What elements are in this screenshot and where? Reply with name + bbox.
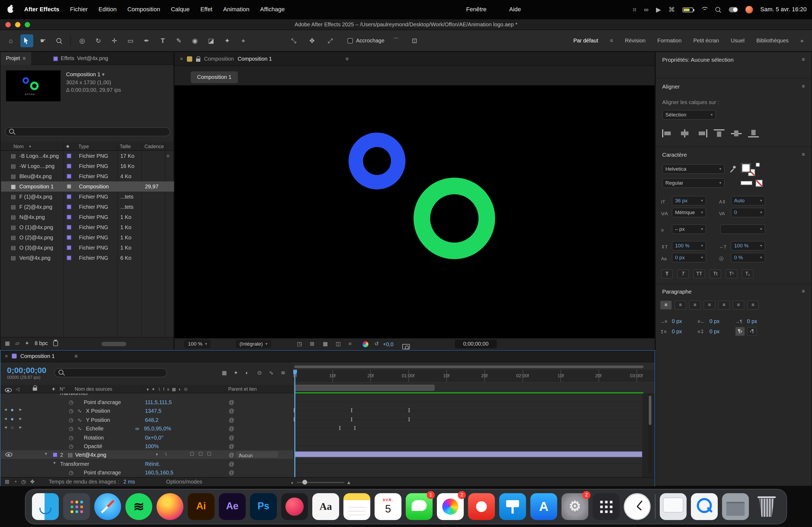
column-label-icon[interactable]: ◆: [66, 144, 69, 149]
menubar-clock[interactable]: Sam. 5 avr. 16:20: [760, 6, 807, 13]
timeline-scrollbar-thumb[interactable]: [649, 395, 651, 425]
dock-video-app[interactable]: [468, 493, 495, 520]
zoom-out-mountain-icon[interactable]: ▲: [291, 481, 294, 485]
parent-dropdown[interactable]: Aucun▾: [236, 451, 278, 458]
extra-dropdown[interactable]: ▾: [720, 224, 765, 234]
dock-creative-cloud[interactable]: [281, 493, 308, 520]
column-taille[interactable]: Taille: [120, 144, 131, 150]
align-section-title[interactable]: Aligner: [662, 83, 680, 90]
layer-quality-switch-icon[interactable]: ∖: [164, 452, 167, 457]
prev-keyframe-icon[interactable]: ◀: [4, 417, 7, 421]
row-value[interactable]: Réinit.: [145, 461, 160, 467]
row-label[interactable]: [67, 215, 71, 220]
zoom-dropdown[interactable]: 100 %▾: [184, 340, 211, 348]
timeline-panel-menu-icon[interactable]: ≡: [75, 353, 78, 359]
project-panel-menu-icon[interactable]: ≡: [23, 55, 26, 62]
keyframe-icon[interactable]: I: [354, 426, 356, 431]
vertical-scale-dropdown[interactable]: 100 %▾: [672, 241, 706, 251]
home-tool[interactable]: ⌂: [4, 34, 17, 47]
comp-selector-button[interactable]: Composition 1: [191, 71, 238, 83]
menu-aide[interactable]: Aide: [509, 6, 521, 13]
project-row[interactable]: ▤Vert@4x.pngFichier PNG6 Ko: [1, 253, 174, 263]
keyframe-diamond-icon[interactable]: ◇: [11, 425, 14, 430]
dock-calendar[interactable]: AVR.5: [375, 493, 402, 520]
next-keyframe-icon[interactable]: ▶: [19, 425, 22, 429]
project-row-selected[interactable]: ▦Composition 1Composition29,97: [1, 181, 174, 192]
align-right-icon[interactable]: [697, 129, 707, 137]
expand-inout-icon[interactable]: ◷: [21, 479, 26, 485]
pan-behind-tool[interactable]: ✛: [108, 34, 121, 47]
keyframe-icon[interactable]: I: [351, 418, 352, 422]
next-keyframe-icon[interactable]: ▶: [19, 408, 22, 412]
align-top-icon[interactable]: [714, 129, 724, 137]
apple-menu-icon[interactable]: [8, 6, 13, 13]
align-h-center-icon[interactable]: [679, 129, 690, 137]
axis-world-button[interactable]: ✥: [306, 34, 318, 47]
align-target-dropdown[interactable]: Sélection▾: [662, 110, 716, 120]
green-ring-layer[interactable]: [414, 178, 495, 259]
font-style-dropdown[interactable]: Regular▾: [662, 178, 724, 188]
row-label[interactable]: [67, 225, 71, 230]
stroke-width-swatch[interactable]: [741, 181, 752, 185]
motion-blur-icon[interactable]: ∿: [269, 370, 274, 376]
pick-whip-icon[interactable]: @: [229, 435, 234, 441]
dock-keypad-app[interactable]: [593, 493, 620, 520]
subscript-button[interactable]: T₁: [742, 269, 753, 278]
project-row[interactable]: ▤N@4x.pngFichier PNG1 Ko: [1, 212, 174, 222]
dock-app-store[interactable]: A: [530, 493, 557, 520]
dock-photoshop[interactable]: Ps: [250, 493, 277, 520]
project-trash-icon[interactable]: [53, 341, 58, 346]
shy-layers-icon[interactable]: ◐: [245, 370, 249, 376]
new-composition-icon[interactable]: ✦: [25, 341, 29, 346]
switch-box[interactable]: [190, 452, 194, 456]
row-value[interactable]: 648,2: [145, 417, 158, 423]
align-text-center-button[interactable]: ≡: [675, 301, 686, 310]
horizontal-scale-dropdown[interactable]: 100 %▾: [731, 241, 765, 251]
project-row[interactable]: ▤O (3)@4x.pngFichier PNG1 Ko: [1, 243, 174, 253]
keyframe-icon[interactable]: I: [408, 408, 410, 413]
small-caps-button[interactable]: Tt: [709, 269, 721, 278]
snapping-control[interactable]: Accrochage: [347, 37, 385, 44]
grid-status-icon[interactable]: ⌗: [633, 6, 636, 13]
tab-effets[interactable]: Effets Vert@4x.png: [48, 52, 114, 65]
stopwatch-icon[interactable]: ◷: [69, 435, 73, 441]
roto-brush-tool[interactable]: ✦: [221, 34, 234, 47]
project-row[interactable]: ▤O (1)@4x.pngFichier PNG1 Ko: [1, 222, 174, 232]
eyedropper-icon[interactable]: [730, 166, 736, 172]
creative-cloud-status-icon[interactable]: ∞: [644, 6, 649, 13]
faux-italic-button[interactable]: T: [677, 269, 689, 278]
all-caps-button[interactable]: TT: [693, 269, 705, 278]
workspace-petit-ecran[interactable]: Petit écran: [693, 37, 719, 44]
paragraph-menu-icon[interactable]: ≡: [802, 288, 805, 295]
pick-whip-icon[interactable]: @: [229, 399, 234, 406]
viewer-timecode-field[interactable]: 0;00;00;00: [455, 340, 497, 348]
clone-stamp-tool[interactable]: ◉: [188, 34, 201, 47]
keyframe-diamond-icon[interactable]: ◆: [11, 408, 14, 412]
workspace-usuel[interactable]: Usuel: [731, 37, 744, 44]
stopwatch-icon[interactable]: ◷: [69, 417, 73, 423]
row-value[interactable]: 0x+0,0°: [145, 435, 163, 441]
layer-label-swatch[interactable]: [53, 452, 57, 457]
dock-spotify[interactable]: [126, 493, 152, 520]
stopwatch-icon[interactable]: ◷: [69, 425, 73, 432]
new-folder-icon[interactable]: ▱: [15, 341, 19, 346]
menu-edition[interactable]: Edition: [99, 6, 117, 13]
align-v-center-icon[interactable]: [731, 129, 742, 137]
row-label[interactable]: [67, 245, 71, 250]
work-area-bar[interactable]: [294, 385, 434, 391]
brush-tool[interactable]: ✎: [172, 34, 185, 47]
row-value[interactable]: 1347,5: [145, 408, 161, 414]
frame-blending-icon[interactable]: ⊙: [257, 370, 262, 376]
wifi-icon[interactable]: [701, 7, 708, 12]
viewer-tab-doc[interactable]: Composition 1: [238, 56, 272, 62]
eye-column-icon[interactable]: [5, 388, 12, 392]
hand-tool[interactable]: ☛: [37, 34, 49, 47]
timeline-scrollbar[interactable]: [648, 393, 652, 474]
menu-composition[interactable]: Composition: [127, 6, 160, 13]
shape-tool[interactable]: ▭: [124, 34, 137, 47]
justify-last-left-button[interactable]: ≡: [704, 301, 715, 310]
control-center-icon[interactable]: [729, 7, 738, 12]
text-direction-ltr-button[interactable]: ¶›: [735, 327, 745, 336]
region-of-interest-icon[interactable]: ⌗: [349, 341, 351, 347]
character-section-title[interactable]: Caractère: [662, 151, 687, 158]
